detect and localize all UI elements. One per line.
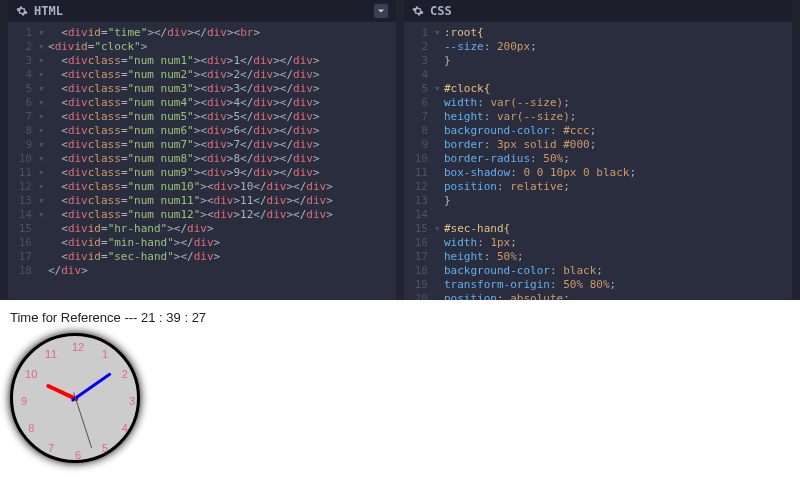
code-line[interactable]: 11▾ <div class="num num9"><div>9</div></… — [8, 166, 396, 180]
css-code-area[interactable]: 1▾:root{2 --size: 200px;3 }4 5▾#clock{6 … — [404, 22, 792, 300]
code-line[interactable]: 4▾ <div class="num num2"><div>2</div></d… — [8, 68, 396, 82]
code-line[interactable]: 15▾#sec-hand{ — [404, 222, 792, 236]
time-reference-label: Time for Reference --- — [10, 310, 137, 325]
code-line[interactable]: 17 <div id="sec-hand"></div> — [8, 250, 396, 264]
code-line[interactable]: 5▾#clock{ — [404, 82, 792, 96]
chevron-down-icon[interactable] — [374, 4, 388, 18]
css-panel: CSS 1▾:root{2 --size: 200px;3 }4 5▾#cloc… — [404, 0, 792, 300]
code-line[interactable]: 12 position: relative; — [404, 180, 792, 194]
code-line[interactable]: 16 width: 1px; — [404, 236, 792, 250]
clock-number: 12 — [72, 341, 84, 353]
editor-area: HTML 1▾ <div id="time"></div></div><br>2… — [0, 0, 800, 300]
css-panel-header: CSS — [404, 0, 792, 22]
code-line[interactable]: 16 <div id="min-hand"></div> — [8, 236, 396, 250]
code-line[interactable]: 6▾ <div class="num num4"><div>4</div></d… — [8, 96, 396, 110]
code-line[interactable]: 9▾ <div class="num num7"><div>7</div></d… — [8, 138, 396, 152]
code-line[interactable]: 19 transform-origin: 50% 80%; — [404, 278, 792, 292]
code-line[interactable]: 20 position: absolute; — [404, 292, 792, 300]
clock-number: 7 — [48, 442, 54, 454]
minute-hand — [70, 372, 111, 402]
time-reference-seconds: 27 — [192, 310, 206, 325]
code-line[interactable]: 13▾ <div class="num num11"><div>11</div>… — [8, 194, 396, 208]
clock-number: 3 — [129, 395, 135, 407]
gear-icon[interactable] — [16, 5, 28, 17]
code-line[interactable]: 1▾:root{ — [404, 26, 792, 40]
clock-number: 10 — [25, 368, 37, 380]
time-reference-hours: 21 — [141, 310, 155, 325]
code-line[interactable]: 6 width: var(--size); — [404, 96, 792, 110]
code-line[interactable]: 3▾ <div class="num num1"><div>1</div></d… — [8, 54, 396, 68]
second-hand — [73, 393, 92, 448]
clock-number: 1 — [102, 348, 108, 360]
gear-icon[interactable] — [412, 5, 424, 17]
code-line[interactable]: 9 border: 3px solid #000; — [404, 138, 792, 152]
code-line[interactable]: 1▾ <div id="time"></div></div><br> — [8, 26, 396, 40]
code-line[interactable]: 12▾ <div class="num num10"><div>10</div>… — [8, 180, 396, 194]
code-line[interactable]: 7▾ <div class="num num5"><div>5</div></d… — [8, 110, 396, 124]
code-line[interactable]: 7 height: var(--size); — [404, 110, 792, 124]
code-line[interactable]: 10▾ <div class="num num8"><div>8</div></… — [8, 152, 396, 166]
code-line[interactable]: 11 box-shadow: 0 0 10px 0 black; — [404, 166, 792, 180]
code-line[interactable]: 17 height: 50%; — [404, 250, 792, 264]
code-line[interactable]: 8▾ <div class="num num6"><div>6</div></d… — [8, 124, 396, 138]
clock-number: 8 — [28, 422, 34, 434]
code-line[interactable]: 3 } — [404, 54, 792, 68]
code-line[interactable]: 13 } — [404, 194, 792, 208]
html-panel-title: HTML — [34, 4, 63, 18]
code-line[interactable]: 15 <div id="hr-hand"></div> — [8, 222, 396, 236]
code-line[interactable]: 2▾<div id="clock"> — [8, 40, 396, 54]
code-line[interactable]: 14▾ <div class="num num12"><div>12</div>… — [8, 208, 396, 222]
code-line[interactable]: 18 </div> — [8, 264, 396, 278]
html-panel: HTML 1▾ <div id="time"></div></div><br>2… — [8, 0, 396, 300]
clock-number: 4 — [122, 422, 128, 434]
code-line[interactable]: 2 --size: 200px; — [404, 40, 792, 54]
time-reference: Time for Reference --- 21 : 39 : 27 — [10, 310, 790, 325]
clock-number: 5 — [102, 442, 108, 454]
css-panel-title: CSS — [430, 4, 452, 18]
code-line[interactable]: 14 — [404, 208, 792, 222]
clock-number: 6 — [75, 449, 81, 461]
html-code-area[interactable]: 1▾ <div id="time"></div></div><br>2▾<div… — [8, 22, 396, 300]
clock-number: 9 — [21, 395, 27, 407]
code-line[interactable]: 8 background-color: #ccc; — [404, 124, 792, 138]
time-reference-minutes: 39 — [166, 310, 180, 325]
html-panel-header: HTML — [8, 0, 396, 22]
clock-number: 2 — [122, 368, 128, 380]
code-line[interactable]: 4 — [404, 68, 792, 82]
clock-number: 11 — [45, 348, 57, 360]
code-line[interactable]: 18 background-color: black; — [404, 264, 792, 278]
clock-face: 121234567891011 — [10, 333, 140, 463]
output-area: Time for Reference --- 21 : 39 : 27 1212… — [0, 300, 800, 473]
code-line[interactable]: 10 border-radius: 50%; — [404, 152, 792, 166]
code-line[interactable]: 5▾ <div class="num num3"><div>3</div></d… — [8, 82, 396, 96]
